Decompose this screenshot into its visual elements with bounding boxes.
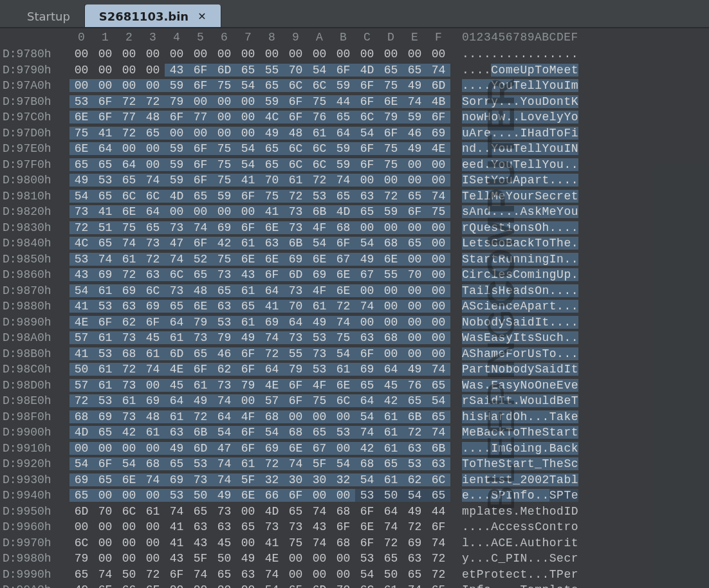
byte-cell[interactable]: 47	[212, 442, 236, 455]
byte-cell[interactable]: 53	[93, 174, 117, 187]
byte-cell[interactable]: 79	[284, 363, 308, 376]
byte-cell[interactable]: 41	[165, 520, 189, 533]
byte-cell[interactable]: 6C	[141, 190, 165, 203]
hex-row[interactable]: D:97F0h65656400596F7554656C6C596F750000e…	[0, 157, 709, 173]
ascii-cell[interactable]: mplates.MethodID	[450, 505, 585, 518]
byte-cell[interactable]: 65	[427, 379, 450, 392]
byte-cell[interactable]: 65	[331, 190, 355, 203]
byte-cell[interactable]: 74	[379, 520, 403, 533]
byte-cell[interactable]: 00	[141, 442, 165, 455]
byte-cell[interactable]: 68	[284, 426, 308, 439]
byte-cell[interactable]: 41	[93, 127, 117, 140]
byte-cell[interactable]: 55	[260, 64, 284, 77]
byte-cell[interactable]: 6F	[331, 64, 355, 77]
byte-cell[interactable]: 72	[117, 363, 141, 376]
byte-cell[interactable]: 00	[117, 64, 141, 77]
byte-cell[interactable]: 00	[93, 79, 117, 92]
ascii-cell[interactable]: ISetYouApart....	[450, 174, 585, 187]
byte-cell[interactable]: 79	[189, 316, 212, 329]
byte-cell[interactable]: 67	[308, 442, 331, 455]
byte-cell[interactable]: 77	[117, 111, 141, 124]
byte-cell[interactable]: 72	[260, 347, 284, 360]
byte-cell[interactable]: 72	[141, 95, 165, 108]
byte-cell[interactable]: 00	[355, 316, 379, 329]
byte-cell[interactable]: 61	[379, 410, 403, 423]
byte-cell[interactable]: 00	[379, 347, 403, 360]
byte-cell[interactable]: 49	[69, 583, 93, 588]
hex-row[interactable]: D:9970h6C00000041434500417574686F726974l…	[0, 535, 709, 551]
byte-cell[interactable]: 6F	[355, 158, 379, 171]
byte-cell[interactable]: 75	[308, 95, 331, 108]
byte-cell[interactable]: 44	[427, 505, 450, 518]
byte-cell[interactable]: 6F	[236, 363, 260, 376]
byte-cell[interactable]: 49	[236, 552, 260, 565]
byte-cell[interactable]: 6C	[427, 473, 450, 486]
byte-cell[interactable]: 75	[212, 158, 236, 171]
byte-cell[interactable]: 63	[117, 300, 141, 313]
ascii-cell[interactable]: ientist_2002Tabl	[450, 473, 585, 486]
byte-cell[interactable]: 00	[236, 127, 260, 140]
byte-cell[interactable]: 00	[427, 174, 450, 187]
byte-cell[interactable]: 65	[189, 505, 212, 518]
byte-cell[interactable]: 6F	[189, 363, 212, 376]
byte-cell[interactable]: 00	[403, 331, 427, 344]
byte-cell[interactable]: 72	[403, 426, 427, 439]
byte-cell[interactable]: 00	[331, 489, 355, 502]
ascii-cell[interactable]: Was.EasyNoOneEve	[450, 379, 585, 392]
byte-cell[interactable]: 73	[117, 379, 141, 392]
ascii-cell[interactable]: rQuestionsOh....	[450, 221, 585, 234]
byte-cell[interactable]: 65	[69, 158, 93, 171]
byte-cell[interactable]: 69	[93, 410, 117, 423]
byte-cell[interactable]: 6F	[331, 237, 355, 250]
byte-cell[interactable]: 67	[331, 253, 355, 266]
byte-cell[interactable]: 4E	[69, 316, 93, 329]
byte-cell[interactable]: 00	[403, 174, 427, 187]
byte-cell[interactable]: 6C	[308, 79, 331, 92]
byte-cell[interactable]: 75	[331, 331, 355, 344]
byte-cell[interactable]: 6F	[141, 583, 165, 588]
byte-cell[interactable]: 6E	[331, 284, 355, 297]
byte-cell[interactable]: 64	[165, 394, 189, 407]
ascii-cell[interactable]: Info....Template	[450, 583, 585, 588]
byte-cell[interactable]: 75	[117, 221, 141, 234]
byte-cell[interactable]: 6B	[284, 237, 308, 250]
ascii-cell[interactable]: uAre....IHadToFi	[450, 127, 585, 140]
byte-cell[interactable]: 6F	[403, 205, 427, 218]
byte-cell[interactable]: 73	[189, 473, 212, 486]
byte-cell[interactable]: 68	[260, 410, 284, 423]
byte-cell[interactable]: 75	[427, 205, 450, 218]
byte-cell[interactable]: 42	[379, 394, 403, 407]
byte-cell[interactable]: 4E	[260, 379, 284, 392]
byte-cell[interactable]: 44	[331, 95, 355, 108]
byte-cell[interactable]: 6F	[355, 79, 379, 92]
byte-cell[interactable]: 65	[379, 457, 403, 470]
byte-cell[interactable]: 6F	[284, 489, 308, 502]
byte-cell[interactable]: 00	[141, 48, 165, 60]
byte-cell[interactable]: 73	[212, 379, 236, 392]
byte-cell[interactable]: 64	[165, 316, 189, 329]
byte-cell[interactable]: 00	[212, 205, 236, 218]
byte-cell[interactable]: 54	[236, 158, 260, 171]
byte-cell[interactable]: 30	[284, 473, 308, 486]
hex-row[interactable]: D:9880h41536369656E63654170617274000000A…	[0, 299, 709, 315]
byte-cell[interactable]: 50	[379, 568, 403, 581]
byte-cell[interactable]: 6E	[355, 520, 379, 533]
byte-cell[interactable]: 6F	[427, 111, 450, 124]
byte-cell[interactable]: 69	[93, 268, 117, 281]
byte-cell[interactable]: 00	[379, 174, 403, 187]
byte-cell[interactable]: 53	[93, 300, 117, 313]
byte-cell[interactable]: 63	[165, 426, 189, 439]
byte-cell[interactable]: 00	[284, 568, 308, 581]
hex-row[interactable]: D:9850h537461727452756E6E696E67496E0000S…	[0, 252, 709, 268]
byte-cell[interactable]: 00	[331, 48, 355, 60]
byte-cell[interactable]: 73	[165, 221, 189, 234]
byte-cell[interactable]: 59	[331, 142, 355, 155]
byte-cell[interactable]: 61	[308, 300, 331, 313]
byte-cell[interactable]: 65	[403, 64, 427, 77]
byte-cell[interactable]: 4F	[308, 284, 331, 297]
ascii-cell[interactable]: sAnd....AskMeYou	[450, 205, 585, 218]
byte-cell[interactable]: 54	[117, 457, 141, 470]
byte-cell[interactable]: 73	[69, 205, 93, 218]
byte-cell[interactable]: 72	[69, 221, 93, 234]
byte-cell[interactable]: 69	[212, 221, 236, 234]
